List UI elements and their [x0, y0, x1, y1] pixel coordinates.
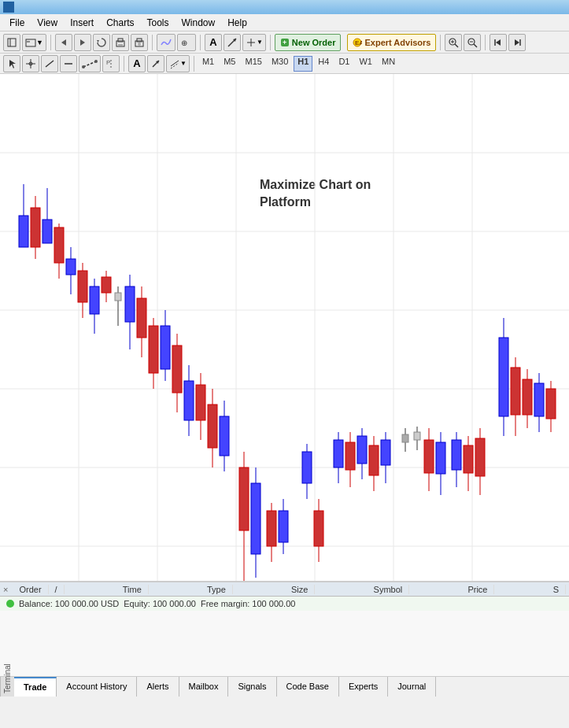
col-size: Size: [285, 585, 315, 594]
back-button[interactable]: [55, 34, 72, 51]
crosshair-button[interactable]: ▼: [242, 34, 266, 51]
svg-rect-76: [115, 293, 121, 301]
menu-insert[interactable]: Insert: [64, 16, 100, 30]
svg-rect-110: [345, 442, 355, 470]
svg-rect-2: [26, 39, 35, 46]
toolbar2: P A ▼ M1 M5 M15 M30 H1 H4 D1 W1 MN: [0, 54, 569, 74]
period-sep-button[interactable]: ⊕: [177, 34, 196, 51]
svg-line-36: [46, 61, 54, 67]
new-chart-button[interactable]: [3, 34, 20, 51]
separator7: [124, 56, 124, 72]
svg-rect-86: [172, 346, 182, 393]
svg-rect-9: [118, 44, 123, 46]
svg-rect-0: [8, 39, 16, 46]
scroll-left-button[interactable]: [490, 34, 507, 51]
chart-area[interactable]: Maximize Chart on Platform: [0, 74, 569, 582]
crosshair2-button[interactable]: [22, 55, 39, 72]
period-separator-button[interactable]: P: [102, 55, 120, 72]
menu-tools[interactable]: Tools: [141, 16, 176, 30]
print-button[interactable]: [112, 34, 129, 51]
zoom-out-button[interactable]: [464, 34, 481, 51]
svg-rect-90: [196, 385, 205, 420]
separator6: [485, 35, 486, 50]
svg-rect-136: [523, 379, 532, 415]
tf-h1[interactable]: H1: [294, 56, 312, 72]
menu-file[interactable]: File: [3, 16, 31, 30]
tf-m1[interactable]: M1: [198, 56, 218, 72]
tf-w1[interactable]: W1: [355, 56, 376, 72]
col-symbol: Symbol: [368, 585, 410, 594]
cursor-button[interactable]: [3, 55, 20, 72]
terminal-close-button[interactable]: ×: [3, 585, 8, 594]
svg-rect-84: [161, 326, 170, 369]
svg-rect-114: [369, 445, 379, 475]
svg-rect-68: [66, 259, 76, 275]
menu-help[interactable]: Help: [221, 16, 253, 30]
menu-charts[interactable]: Charts: [100, 16, 140, 30]
svg-rect-82: [149, 326, 158, 373]
titlebar: [0, 0, 569, 14]
tf-m5[interactable]: M5: [220, 56, 239, 72]
menubar: File View Insert Charts Tools Window Hel…: [0, 14, 569, 31]
arrow-button[interactable]: [224, 34, 241, 51]
tab-account-history[interactable]: Account History: [57, 677, 137, 697]
svg-line-23: [455, 44, 458, 47]
scroll-right-button[interactable]: [508, 34, 526, 51]
refresh-button[interactable]: [93, 34, 110, 51]
svg-rect-96: [239, 467, 249, 530]
open-button[interactable]: ▼: [22, 34, 46, 51]
arrow2-button[interactable]: [147, 55, 164, 72]
svg-rect-64: [42, 220, 52, 243]
segment-button[interactable]: [79, 55, 101, 72]
svg-point-12: [138, 42, 141, 46]
separator2: [152, 35, 153, 50]
tab-code-base[interactable]: Code Base: [277, 677, 339, 697]
tab-bar: Terminal Trade Account History Alerts Ma…: [0, 676, 569, 696]
new-order-button[interactable]: + New Order: [275, 34, 342, 51]
hline-button[interactable]: [60, 55, 77, 72]
print-preview-button[interactable]: [131, 34, 148, 51]
separator5: [440, 35, 441, 50]
menu-window[interactable]: Window: [176, 16, 222, 30]
tf-h4[interactable]: H4: [314, 56, 333, 72]
text-button[interactable]: A: [205, 34, 222, 51]
tab-alerts[interactable]: Alerts: [137, 677, 179, 697]
tab-experts[interactable]: Experts: [339, 677, 388, 697]
candlestick-chart: [0, 74, 569, 582]
menu-view[interactable]: View: [31, 16, 64, 30]
svg-rect-80: [137, 298, 146, 338]
line-button[interactable]: [41, 55, 58, 72]
col-time: Time: [116, 585, 149, 594]
col-sep: /: [49, 585, 65, 594]
forward-button[interactable]: [74, 34, 91, 51]
tab-journal[interactable]: Journal: [388, 677, 436, 697]
svg-rect-122: [424, 440, 434, 473]
channel-button[interactable]: ▼: [166, 55, 190, 72]
tf-mn[interactable]: MN: [378, 56, 399, 72]
terminal-side-label: Terminal: [0, 677, 14, 697]
tf-m15[interactable]: M15: [241, 56, 265, 72]
status-dot: [6, 600, 14, 608]
tf-d1[interactable]: D1: [334, 56, 353, 72]
svg-line-45: [171, 61, 179, 66]
svg-rect-98: [251, 483, 260, 554]
expert-advisors-button[interactable]: EA Expert Advisors: [347, 34, 436, 51]
svg-text:EA: EA: [355, 39, 362, 46]
tf-m30[interactable]: M30: [268, 56, 292, 72]
svg-rect-66: [54, 227, 64, 263]
separator8: [194, 56, 194, 72]
text2-button[interactable]: A: [128, 55, 146, 72]
indicators-button[interactable]: [157, 34, 176, 51]
svg-rect-134: [511, 368, 520, 415]
tab-mailbox[interactable]: Mailbox: [179, 677, 229, 697]
svg-marker-4: [61, 39, 66, 46]
svg-rect-118: [402, 434, 408, 442]
tab-trade[interactable]: Trade: [14, 677, 57, 697]
svg-point-39: [82, 65, 85, 68]
zoom-in-button[interactable]: [445, 34, 462, 51]
separator3: [200, 35, 201, 50]
svg-rect-124: [436, 442, 445, 474]
svg-rect-116: [381, 440, 390, 465]
svg-rect-120: [414, 432, 420, 440]
tab-signals[interactable]: Signals: [228, 677, 276, 697]
